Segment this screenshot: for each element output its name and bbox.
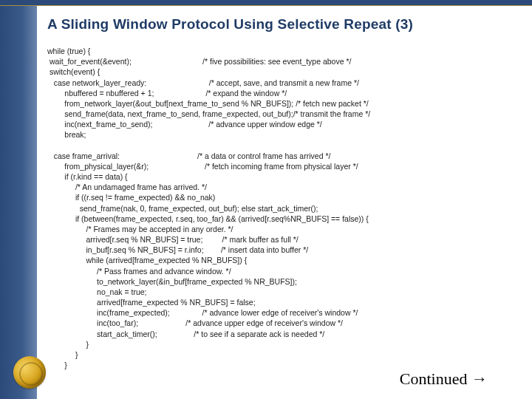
left-accent-bar xyxy=(0,6,37,399)
slide-content: A Sliding Window Protocol Using Selectiv… xyxy=(37,6,525,399)
seal-logo-icon xyxy=(13,356,46,389)
slide-title: A Sliding Window Protocol Using Selectiv… xyxy=(47,16,517,33)
top-accent-bar xyxy=(0,0,532,6)
continued-label: Continued → xyxy=(400,369,488,389)
code-listing: while (true) { wait_for_event(&event); /… xyxy=(47,46,517,370)
